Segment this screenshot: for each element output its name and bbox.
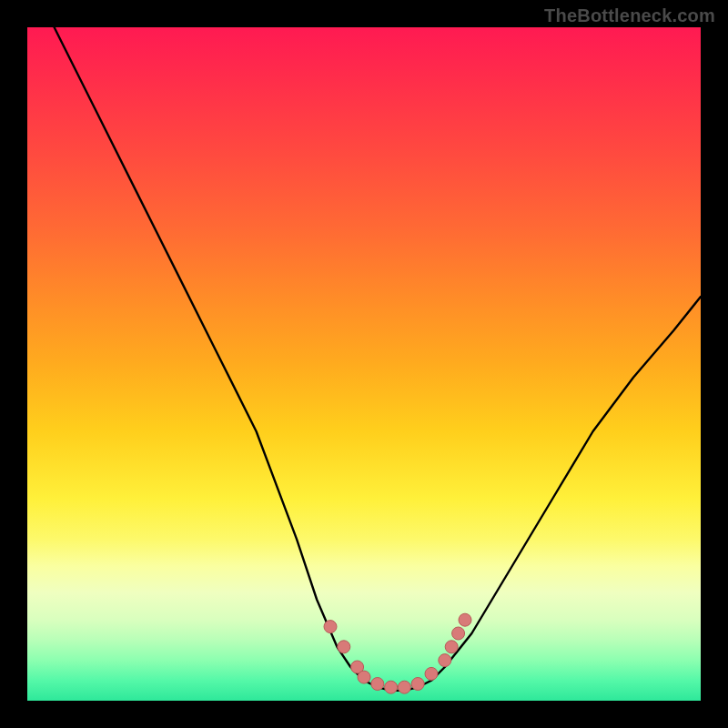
curve-marker — [445, 641, 458, 653]
curve-marker — [452, 627, 465, 640]
curve-marker — [371, 678, 384, 691]
curve-marker — [358, 671, 370, 683]
watermark-text: TheBottleneck.com — [544, 5, 715, 26]
curve-markers — [324, 613, 471, 693]
curve-marker — [324, 621, 337, 633]
chart-frame: TheBottleneck.com — [0, 0, 728, 728]
curve-marker — [398, 681, 410, 693]
chart-svg — [27, 27, 701, 701]
curve-marker — [338, 641, 350, 653]
plot-area — [27, 27, 701, 701]
curve-marker — [385, 681, 398, 693]
curve-marker — [459, 613, 471, 626]
curve-marker — [439, 654, 451, 667]
curve-marker — [411, 678, 424, 691]
bottleneck-curve — [55, 27, 701, 691]
curve-marker — [425, 667, 438, 680]
